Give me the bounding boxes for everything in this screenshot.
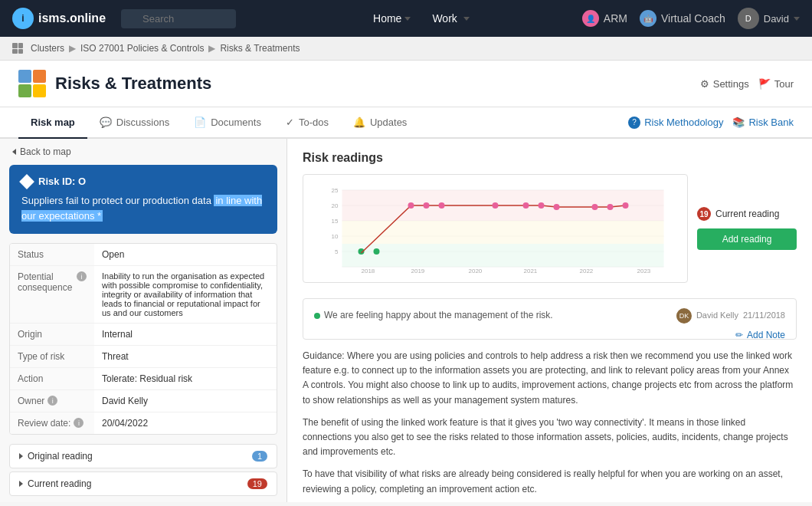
page-actions: ⚙ Settings 🚩 Tour (700, 78, 794, 90)
back-to-map-link[interactable]: Back to map (0, 139, 286, 165)
svg-text:15: 15 (332, 218, 339, 225)
logo-icon: i (12, 8, 34, 29)
comment-header: We are feeling happy about the managemen… (314, 308, 785, 324)
detail-value-status: Open (94, 244, 277, 265)
svg-text:10: 10 (332, 233, 339, 240)
green-status-dot (314, 313, 320, 319)
page-title-icon (18, 70, 46, 97)
detail-label-owner: Owner i (10, 390, 94, 412)
original-reading-badge: 1 (252, 451, 267, 462)
detail-row-type: Type of risk Threat (10, 346, 277, 368)
page-title-wrap: Risks & Treatments (18, 70, 211, 97)
breadcrumb: Clusters ▶ ISO 27001 Policies & Controls… (0, 37, 812, 61)
detail-value-origin: Internal (94, 324, 277, 345)
comment-author-info: DK David Kelly 21/11/2018 (676, 308, 785, 324)
chart-area: 25 20 15 10 5 2018 2019 2 (303, 174, 797, 283)
detail-label-action: Action (10, 368, 94, 389)
current-reading-row[interactable]: Current reading 19 (9, 472, 277, 496)
svg-point-29 (592, 204, 598, 210)
detail-row-origin: Origin Internal (10, 324, 277, 346)
page-title: Risks & Treatments (55, 74, 211, 94)
current-reading-badge: 19 (247, 478, 267, 489)
tab-todos[interactable]: ✓ To-dos (273, 107, 341, 139)
comment-card: We are feeling happy about the managemen… (303, 298, 797, 340)
original-reading-row[interactable]: Original reading 1 (9, 444, 277, 468)
breadcrumb-clusters[interactable]: Clusters (31, 43, 64, 54)
risk-title: Suppliers fail to protect our production… (21, 193, 265, 223)
review-info-icon[interactable]: i (74, 418, 83, 428)
svg-text:5: 5 (335, 248, 339, 255)
logo[interactable]: i isms.online (12, 8, 106, 29)
top-navigation: i isms.online Home Work 👤 ARM 🤖 Virtual … (0, 0, 812, 37)
breadcrumb-icon (12, 43, 23, 54)
nav-user[interactable]: D David (738, 8, 800, 29)
discussions-icon: 💬 (100, 117, 112, 128)
tab-updates[interactable]: 🔔 Updates (341, 107, 419, 139)
consequence-info-icon[interactable]: i (77, 271, 87, 281)
tab-documents[interactable]: 📄 Documents (182, 107, 273, 139)
nav-right: 👤 ARM 🤖 Virtual Coach D David (582, 8, 800, 29)
settings-button[interactable]: ⚙ Settings (700, 78, 749, 90)
risk-bank-button[interactable]: 📚 Risk Bank (732, 117, 794, 128)
guidance-para-3: To have that visibility of what risks ar… (303, 467, 797, 496)
nav-virtual-coach[interactable]: 🤖 Virtual Coach (640, 10, 725, 27)
user-avatar: D (738, 8, 759, 29)
svg-point-30 (607, 204, 614, 210)
svg-text:2023: 2023 (637, 268, 651, 274)
breadcrumb-iso[interactable]: ISO 27001 Policies & Controls (80, 43, 204, 54)
detail-label-type: Type of risk (10, 346, 94, 367)
owner-info-icon[interactable]: i (47, 396, 57, 406)
svg-point-27 (539, 202, 545, 209)
detail-label-review: Review date: i (10, 412, 94, 434)
add-note-button[interactable]: ✏ Add Note (735, 330, 785, 340)
svg-text:25: 25 (332, 187, 339, 194)
detail-row-review: Review date: i 20/04/2022 (10, 412, 277, 434)
risk-chart-svg: 25 20 15 10 5 2018 2019 2 (311, 182, 679, 274)
detail-value-action: Tolerate: Residual risk (94, 368, 277, 389)
current-reading-indicator: 19 Current reading (697, 207, 797, 221)
search-input[interactable] (121, 9, 236, 28)
tabs-left: Risk map 💬 Discussions 📄 Documents ✓ To-… (18, 107, 419, 137)
page-header: Risks & Treatments ⚙ Settings 🚩 Tour (0, 61, 812, 107)
risk-readings-title: Risk readings (303, 151, 797, 165)
comment-status: We are feeling happy about the managemen… (314, 308, 553, 323)
svg-text:2022: 2022 (580, 268, 594, 274)
risk-diamond-icon (19, 174, 34, 189)
svg-rect-12 (342, 221, 664, 244)
nav-home[interactable]: Home (364, 6, 420, 31)
tabs-bar: Risk map 💬 Discussions 📄 Documents ✓ To-… (0, 107, 812, 139)
current-reading-number: 19 (697, 207, 711, 221)
nav-links: Home Work (251, 6, 582, 31)
svg-text:2021: 2021 (524, 268, 538, 274)
detail-value-type: Threat (94, 346, 277, 367)
svg-text:2018: 2018 (362, 268, 375, 274)
svg-point-23 (424, 202, 430, 209)
chart-svg: 25 20 15 10 5 2018 2019 2 (311, 182, 679, 274)
detail-label-status: Status (10, 244, 94, 265)
detail-label-origin: Origin (10, 324, 94, 345)
tour-button[interactable]: 🚩 Tour (758, 78, 794, 90)
current-reading-left: Current reading (19, 478, 91, 489)
nav-work[interactable]: Work (423, 6, 466, 31)
svg-point-28 (554, 204, 560, 210)
tab-discussions[interactable]: 💬 Discussions (87, 107, 182, 139)
risk-methodology-button[interactable]: ? Risk Methodology (628, 117, 723, 129)
tab-risk-map[interactable]: Risk map (18, 107, 87, 139)
add-reading-button[interactable]: Add reading (697, 228, 797, 250)
svg-text:2020: 2020 (469, 268, 483, 274)
svg-point-31 (623, 202, 629, 209)
todos-icon: ✓ (286, 117, 294, 128)
arm-icon: 👤 (582, 10, 599, 27)
svg-text:2019: 2019 (411, 268, 425, 274)
svg-point-22 (408, 202, 414, 209)
svg-text:20: 20 (332, 202, 339, 209)
breadcrumb-sep-1: ▶ (69, 43, 76, 54)
nav-arm[interactable]: 👤 ARM (582, 10, 627, 27)
chart-container: 25 20 15 10 5 2018 2019 2 (303, 174, 688, 283)
chevron-down-icon (404, 17, 411, 21)
risk-details: Status Open Potential consequence i Inab… (9, 243, 277, 435)
documents-icon: 📄 (194, 117, 206, 128)
detail-label-consequence: Potential consequence i (10, 266, 94, 323)
content-area: Back to map Risk ID: O Suppliers fail to… (0, 139, 812, 502)
current-reading-label: Current reading (715, 209, 779, 219)
